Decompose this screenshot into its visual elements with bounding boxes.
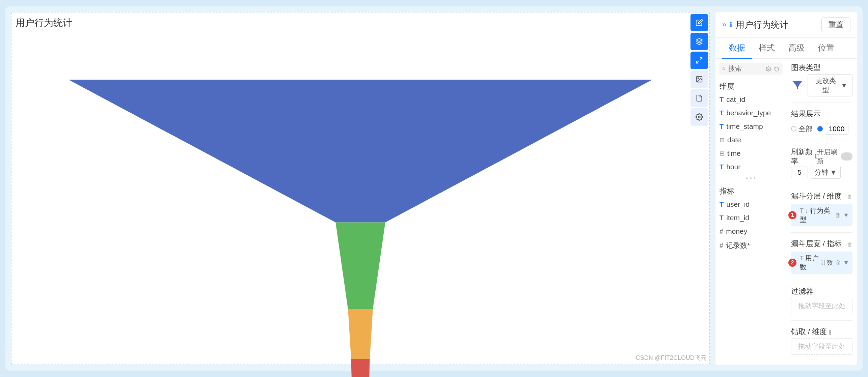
result-number-input[interactable]: [825, 123, 848, 135]
radio-all[interactable]: 全部: [791, 124, 813, 134]
field-behavior-type[interactable]: T behavior_type: [715, 106, 786, 120]
refresh-search-icon[interactable]: [774, 66, 779, 71]
funnel-layer-cart: [335, 222, 385, 309]
divider-dots: • • •: [715, 174, 786, 183]
layer-tag-delete-icon[interactable]: 🗑: [835, 212, 841, 219]
toolbar-image-btn[interactable]: [690, 70, 708, 88]
panel-tabs: 数据 样式 高级 位置: [715, 38, 857, 59]
refresh-row: 刷新频率 ℹ 开启刷新: [791, 147, 852, 166]
svg-point-4: [698, 78, 699, 79]
divider-2: [791, 141, 852, 141]
chart-type-row: 更改类型 ▼: [791, 74, 852, 96]
svg-point-5: [698, 116, 700, 118]
tab-style[interactable]: 样式: [752, 38, 782, 59]
right-panel: » ℹ 用户行为统计 重置 数据 样式 高级 位置: [715, 12, 857, 365]
chart-type-group: 图表类型 更改类型 ▼: [791, 63, 852, 96]
refresh-unit-select[interactable]: 分钟 ▼: [811, 166, 841, 179]
refresh-label: 刷新频率 ℹ: [791, 147, 817, 166]
divider-4: [791, 232, 852, 233]
divider-1: [791, 103, 852, 103]
field-time-stamp[interactable]: T time_stamp: [715, 120, 786, 133]
search-input[interactable]: [728, 65, 763, 72]
reset-button[interactable]: 重置: [821, 17, 850, 32]
chart-canvas: pv cart fav buy: [16, 32, 705, 377]
divider-3: [791, 185, 852, 185]
refresh-input-row: 分钟 ▼: [791, 166, 852, 179]
radio-circle-all[interactable]: [791, 126, 796, 132]
svg-line-7: [725, 69, 725, 70]
field-cat-id[interactable]: T cat_id: [715, 93, 786, 106]
toolbar-settings-btn[interactable]: [690, 108, 708, 126]
divider-6: [791, 320, 852, 321]
chart-type-label: 图表类型: [791, 63, 852, 73]
layer-tag-dropdown-icon[interactable]: ▼: [843, 212, 849, 219]
radio-all-label: 全部: [798, 124, 813, 134]
toolbar-layers-btn[interactable]: [690, 33, 708, 50]
main-container: 用户行为统计 pv cart: [5, 6, 863, 371]
funnel-width-delete-icon[interactable]: 🗑: [847, 241, 852, 248]
funnel-layer-delete-icon[interactable]: 🗑: [847, 194, 852, 200]
refresh-group: 刷新频率 ℹ 开启刷新 分钟 ▼: [791, 147, 852, 179]
svg-marker-11: [797, 87, 798, 89]
radio-circle-number[interactable]: [817, 126, 823, 132]
funnel-layer-label: 漏斗分层 / 维度: [791, 191, 842, 201]
panel-header-left: » ℹ 用户行为统计: [722, 19, 788, 31]
settings-search-icon[interactable]: [766, 66, 771, 71]
funnel-layer-header: 漏斗分层 / 维度 🗑: [791, 191, 852, 203]
field-user-id[interactable]: T user_id: [715, 198, 786, 211]
field-item-id[interactable]: T item_id: [715, 211, 786, 225]
panel-title: 用户行为统计: [736, 19, 788, 31]
funnel-width-label: 漏斗层宽 / 指标: [791, 239, 842, 249]
drill-header: 钻取 / 维度 ℹ: [791, 327, 852, 338]
funnel-width-action-label: 计数: [821, 259, 833, 267]
svg-marker-10: [796, 85, 799, 87]
funnel-layer-buy: [351, 359, 370, 377]
field-hour[interactable]: T hour: [715, 160, 786, 174]
search-bar: [719, 63, 783, 75]
open-refresh-label: 开启刷新: [817, 147, 838, 166]
field-time[interactable]: ⊞ time: [715, 147, 786, 160]
width-tag-delete-icon[interactable]: 🗑: [835, 259, 841, 266]
divider-5: [791, 280, 852, 280]
dimensions-label: 维度: [715, 79, 786, 93]
expand-panel-icon[interactable]: »: [722, 20, 726, 29]
field-money[interactable]: # money: [715, 225, 786, 238]
panel-body: 维度 T cat_id T behavior_type T time_stamp…: [715, 59, 857, 365]
funnel-layer-group: 漏斗分层 / 维度 🗑 1 T ↓ 行为类型 🗑 ▼: [791, 191, 852, 226]
refresh-number-input[interactable]: [791, 167, 808, 178]
svg-line-2: [697, 61, 699, 63]
data-section: 维度 T cat_id T behavior_type T time_stamp…: [715, 59, 786, 365]
watermark: CSDN @FIT2CLOUD飞云: [636, 354, 707, 362]
radio-number-item[interactable]: [817, 123, 848, 135]
radio-row: 全部: [791, 123, 852, 135]
funnel-width-group: 漏斗层宽 / 指标 🗑 2 T 用户数 计数 🗑 ▼: [791, 239, 852, 274]
svg-point-6: [723, 67, 725, 70]
funnel-width-tag: 2 T 用户数 计数 🗑 ▼: [791, 252, 852, 274]
metrics-label: 指标: [715, 183, 786, 198]
funnel-layer-pv: [69, 80, 652, 222]
chart-toolbar: [689, 12, 709, 127]
refresh-toggle[interactable]: [841, 152, 852, 161]
funnel-layer-tag-label: T ↓ 行为类型: [800, 206, 833, 224]
drill-info-icon: ℹ: [829, 329, 831, 336]
change-type-button[interactable]: 更改类型 ▼: [808, 74, 852, 96]
badge-2: 2: [788, 259, 796, 267]
toolbar-doc-btn[interactable]: [690, 89, 708, 107]
tab-position[interactable]: 位置: [811, 38, 841, 59]
toolbar-expand-btn[interactable]: [690, 52, 708, 69]
toolbar-edit-btn[interactable]: [690, 14, 708, 31]
funnel-svg: [16, 74, 705, 377]
svg-marker-9: [793, 81, 802, 85]
tab-data[interactable]: 数据: [722, 38, 752, 59]
width-tag-dropdown-icon[interactable]: ▼: [843, 259, 849, 266]
refresh-info-icon: ℹ: [815, 153, 817, 160]
panel-info-icon: ℹ: [730, 21, 732, 29]
funnel-width-tag-label: T 用户数: [800, 254, 819, 272]
config-section: 图表类型 更改类型 ▼: [786, 59, 857, 365]
funnel-layer-tag: 1 T ↓ 行为类型 🗑 ▼: [791, 204, 852, 226]
drill-drop-zone: 拖动字段至此处: [791, 338, 852, 355]
field-record-count[interactable]: # 记录数*: [715, 238, 786, 253]
tab-advanced[interactable]: 高级: [782, 38, 811, 59]
funnel-layer-fav: [348, 309, 373, 359]
field-date[interactable]: ⊞ date: [715, 133, 786, 147]
